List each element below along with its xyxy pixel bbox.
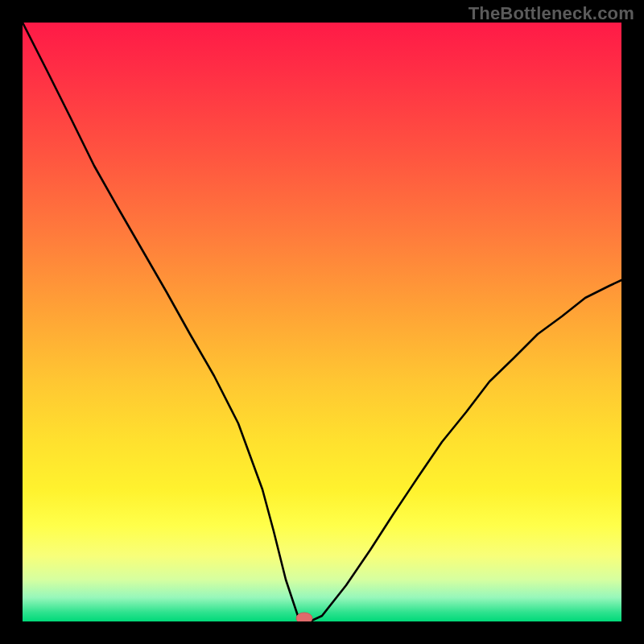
curve-path bbox=[23, 23, 621, 621]
optimal-point-marker bbox=[296, 613, 312, 621]
watermark-text: TheBottleneck.com bbox=[469, 3, 634, 24]
chart-frame: TheBottleneck.com bbox=[0, 0, 644, 644]
plot-area bbox=[23, 23, 621, 621]
bottleneck-curve bbox=[23, 23, 621, 621]
